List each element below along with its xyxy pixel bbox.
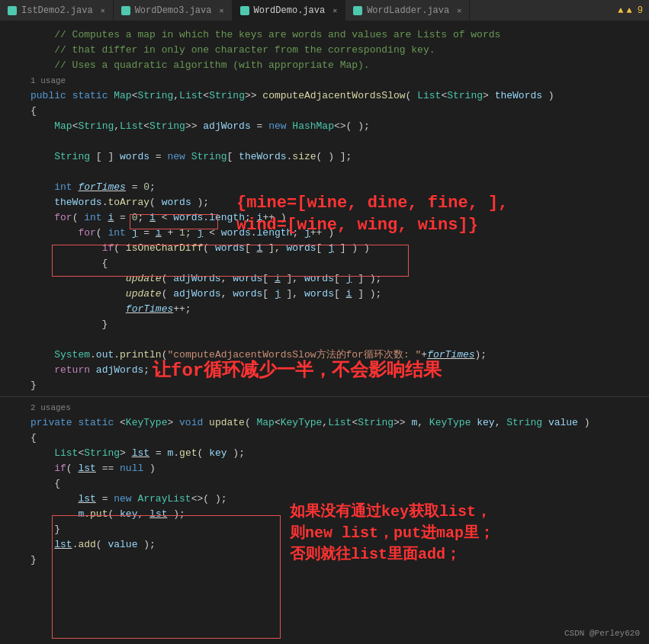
outer-for-content: for( int i = 0; i < words.length; i++ ) bbox=[31, 210, 649, 226]
update1-line: update( adjWords, words[ i ], words[ j ]… bbox=[0, 271, 649, 287]
update2-content: update( adjWords, words[ j ], words[ i ]… bbox=[31, 287, 649, 302]
tab-label: IstDemo2.java bbox=[21, 5, 93, 16]
tab-wordladder[interactable]: WordLadder.java ✕ bbox=[345, 0, 470, 21]
blank bbox=[31, 165, 649, 180]
blank bbox=[31, 332, 649, 348]
toarray-content: theWords.toArray( words ); bbox=[31, 195, 649, 210]
java-icon bbox=[8, 6, 17, 15]
update2-line: update( adjWords, words[ j ], words[ i ]… bbox=[0, 287, 649, 302]
mput-line: m.put( key, lst ); bbox=[0, 507, 649, 522]
if-line: if( isOneCharDiff( words[ i ], words[ j … bbox=[0, 241, 649, 256]
tab-istdemo2[interactable]: IstDemo2.java ✕ bbox=[0, 0, 114, 21]
brace3: { bbox=[31, 431, 649, 446]
fortimes-inc: forTimes++; bbox=[0, 302, 649, 317]
lst-content: List<String> lst = m.get( key ); bbox=[31, 446, 649, 461]
words-content: String [ ] words = new String[ theWords.… bbox=[31, 149, 649, 165]
warning-count: ▲ 9 bbox=[626, 5, 643, 16]
if-null-content: if( lst == null ) bbox=[31, 461, 649, 476]
tab-worddemo[interactable]: WordDemo.java ✕ bbox=[233, 0, 346, 21]
adjwords-decl: Map<String,List<String>> adjWords = new … bbox=[0, 119, 649, 134]
return-content: return adjWords; bbox=[31, 363, 649, 378]
tab-label3: WordDemo.java bbox=[254, 5, 326, 16]
usage-line1: 1 usage bbox=[0, 73, 649, 88]
close-brace1: } bbox=[0, 378, 649, 393]
cbrace4: } bbox=[31, 522, 649, 537]
println-line: System.out.println("computeAdjacentWords… bbox=[0, 348, 649, 363]
outer-for: for( int i = 0; i < words.length; i++ ) bbox=[0, 210, 649, 226]
lst-add-content: lst.add( value ); bbox=[31, 537, 649, 553]
comment2: // that differ in only one character fro… bbox=[31, 43, 649, 58]
adjwords-content: Map<String,List<String>> adjWords = new … bbox=[31, 119, 649, 134]
usage2-label: 2 usages bbox=[31, 400, 649, 415]
method-sig: public static Map<String,List<String>> c… bbox=[0, 88, 649, 104]
java-icon4 bbox=[353, 6, 362, 15]
open-brace3: { bbox=[0, 431, 649, 446]
open-brace1: { bbox=[0, 104, 649, 119]
tab-close4[interactable]: ✕ bbox=[457, 6, 461, 15]
open-brace2: { bbox=[0, 256, 649, 271]
lst-assign: lst = new ArrayList<>( ); bbox=[0, 492, 649, 507]
method-sig-content: public static Map<String,List<String>> c… bbox=[31, 88, 649, 104]
open-brace4: { bbox=[0, 476, 649, 492]
separator bbox=[0, 396, 649, 397]
tab-close[interactable]: ✕ bbox=[101, 6, 105, 15]
close-brace4: } bbox=[0, 522, 649, 537]
brace1: { bbox=[31, 104, 649, 119]
warning-badge: ▲ ▲ 9 bbox=[612, 4, 649, 18]
watermark: CSDN @Perley620 bbox=[564, 629, 640, 638]
brace2: { bbox=[31, 256, 649, 271]
fortimes-decl: int forTimes = 0; bbox=[0, 180, 649, 195]
println-content: System.out.println("computeAdjacentWords… bbox=[31, 348, 649, 363]
code-line: // that differ in only one character fro… bbox=[0, 43, 649, 58]
java-icon3 bbox=[240, 6, 249, 15]
java-icon2 bbox=[121, 6, 130, 15]
blank3 bbox=[0, 332, 649, 348]
update1-content: update( adjWords, words[ i ], words[ j ]… bbox=[31, 271, 649, 287]
blank bbox=[31, 134, 649, 149]
comment1: // Computes a map in which the keys are … bbox=[31, 27, 649, 43]
code-line: // Computes a map in which the keys are … bbox=[0, 27, 649, 43]
lst-add: lst.add( value ); bbox=[0, 537, 649, 553]
fortimes-content: int forTimes = 0; bbox=[31, 180, 649, 195]
tab-bar: IstDemo2.java ✕ WordDemo3.java ✕ WordDem… bbox=[0, 0, 649, 21]
brace4: { bbox=[31, 476, 649, 492]
usage1-label: 1 usage bbox=[31, 73, 649, 88]
inner-for: for( int j = i + 1; j < words.length; j+… bbox=[0, 226, 649, 241]
words-decl: String [ ] words = new String[ theWords.… bbox=[0, 149, 649, 165]
inner-for-content: for( int j = i + 1; j < words.length; j+… bbox=[31, 226, 649, 241]
tab-worddemo3[interactable]: WordDemo3.java ✕ bbox=[114, 0, 233, 21]
blank1 bbox=[0, 134, 649, 149]
cbrace1: } bbox=[31, 378, 649, 393]
if-null: if( lst == null ) bbox=[0, 461, 649, 476]
tab-label2: WordDemo3.java bbox=[135, 5, 212, 16]
lst-assign-content: lst = new ArrayList<>( ); bbox=[31, 492, 649, 507]
if-content: if( isOneCharDiff( words[ i ], words[ j … bbox=[31, 241, 649, 256]
cbrace3: } bbox=[31, 553, 649, 568]
usage-line2: 2 usages bbox=[0, 400, 649, 415]
tab-label4: WordLadder.java bbox=[367, 5, 449, 16]
code-line: // Uses a quadratic algorithm (with appr… bbox=[0, 58, 649, 73]
watermark-text: CSDN @Perley620 bbox=[564, 629, 640, 638]
tab-close3[interactable]: ✕ bbox=[333, 6, 337, 15]
return-line: return adjWords; bbox=[0, 363, 649, 378]
close-brace3: } bbox=[0, 553, 649, 568]
mput-content: m.put( key, lst ); bbox=[31, 507, 649, 522]
toarray-line: theWords.toArray( words ); bbox=[0, 195, 649, 210]
tab-close2[interactable]: ✕ bbox=[219, 6, 223, 15]
lst-decl: List<String> lst = m.get( key ); bbox=[0, 446, 649, 461]
warning-icon: ▲ bbox=[618, 5, 623, 16]
code-area: // Computes a map in which the keys are … bbox=[0, 21, 649, 644]
close-brace2: } bbox=[0, 317, 649, 332]
private-sig: private static <KeyType> void update( Ma… bbox=[0, 415, 649, 431]
cbrace2: } bbox=[31, 317, 649, 332]
private-sig-content: private static <KeyType> void update( Ma… bbox=[31, 415, 649, 431]
blank2 bbox=[0, 165, 649, 180]
fortimes-inc-content: forTimes++; bbox=[31, 302, 649, 317]
comment3: // Uses a quadratic algorithm (with appr… bbox=[31, 58, 649, 73]
